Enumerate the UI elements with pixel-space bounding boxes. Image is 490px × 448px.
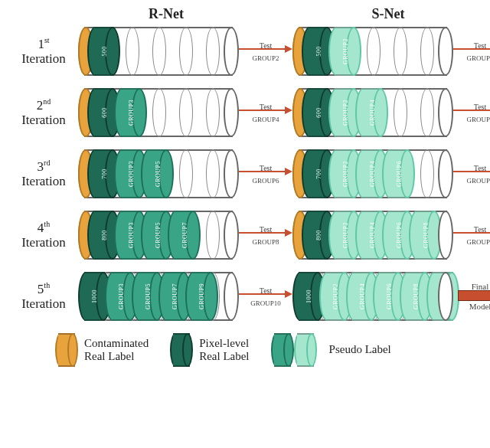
rnet-cylinder: 1000GROUP3GROUP5GROUP7GROUP9 [78,272,239,321]
segment-label: GROUP4 [368,100,375,126]
segment-label: GROUP2 [332,283,339,309]
segment-label: GROUP2 [341,38,348,64]
arrow-icon [453,45,490,53]
snet-test-arrow: Test GROUP9 [453,225,490,246]
rnet-test-arrow: Test GROUP8 [239,225,292,246]
segment-label: GROUP3 [118,283,125,309]
segment-label: GROUP2 [341,222,348,248]
iteration-row-3: 3rd Iteration 700GROUP3GROUP5 Test GROUP… [9,149,481,198]
legend-label-contaminated: ContaminatedReal Label [84,337,149,364]
snet-cylinder: 700GROUP2GROUP4GROUP6 [292,149,453,198]
segment-label: GROUP4 [359,283,366,309]
iteration-row-5: 5th Iteration 1000GROUP3GROUP5GROUP7GROU… [9,272,481,321]
segment-label: GROUP7 [181,222,188,248]
segment-label: GROUP5 [154,161,161,187]
arrow-icon [239,229,292,237]
snet-test-arrow: Test GROUP5 [453,103,490,123]
snet-cylinder: 500GROUP2 [292,27,453,76]
snet-test-arrow: Test GROUP7 [453,164,490,185]
segment-label: GROUP3 [127,222,134,248]
segment-label: 600 [315,107,322,118]
snet-cylinder: 800GROUP2GROUP4GROUP6GROUP8 [292,211,453,260]
segment-label: 500 [315,46,322,57]
segment-label: 600 [100,107,107,118]
arrow-icon [239,45,292,53]
training-strategy-diagram: R-Net S-Net 1st Iteration 500 Test GROUP… [0,0,490,367]
rnet-test-arrow: Test GROUP10 [239,286,292,307]
segment-label: 700 [100,168,107,179]
rnet-cylinder: 500 [78,27,239,76]
segment-label: GROUP6 [395,161,402,187]
segment-label: GROUP9 [198,283,205,309]
legend-swatch-contaminated [55,333,78,367]
arrow-icon [453,106,490,114]
segment-label: GROUP2 [341,100,348,126]
iteration-label: 3rd Iteration [9,159,78,189]
iteration-label: 4th Iteration [9,220,78,250]
segment-label: GROUP8 [422,222,429,248]
legend-swatch-pixel-level [170,333,193,367]
iteration-label: 2nd Iteration [9,97,78,128]
rnet-cylinder: 800GROUP3GROUP5GROUP7 [78,211,239,260]
rnet-test-arrow: Test GROUP6 [239,164,292,185]
arrow-icon [239,106,292,114]
big-arrow-icon [458,288,490,303]
legend-swatch-pseudo [271,333,323,367]
snet-test-arrow: Test GROUP3 [453,41,490,62]
segment-label: GROUP7 [172,283,178,309]
iteration-row-4: 4th Iteration 800GROUP3GROUP5GROUP7 Test… [9,211,481,260]
segment-label: GROUP2 [341,161,348,187]
segment-label: 1000 [91,289,98,303]
arrow-icon [453,168,490,175]
segment-label: GROUP3 [127,161,134,187]
segment-label: GROUP5 [154,222,161,248]
iteration-row-2: 2nd Iteration 600GROUP3 Test GROUP4 600G… [9,88,481,137]
snet-cylinder: 600GROUP2GROUP4 [292,88,453,137]
header-snet: S-Net [300,6,476,22]
arrow-icon [453,229,490,237]
segment-label: GROUP6 [395,222,402,248]
segment-label: 800 [315,230,322,240]
legend-label-pixel-level: Pixel-levelReal Label [199,337,249,364]
iteration-label: 1st Iteration [9,36,78,67]
rnet-cylinder: 700GROUP3GROUP5 [78,149,239,198]
segment-label: GROUP5 [145,283,152,309]
segment-label: GROUP6 [386,283,393,309]
snet-cylinder: 1000GROUP2GROUP4GROUP6GROUP8GROUP10 [292,272,453,321]
iteration-label: 5th Iteration [9,281,78,312]
header-rnet: R-Net [78,6,254,22]
arrow-icon [239,290,292,298]
segment-label: 800 [100,230,107,240]
segment-label: 700 [315,168,322,179]
segment-label: GROUP4 [368,161,375,187]
arrow-icon [239,168,292,175]
iteration-row-1: 1st Iteration 500 Test GROUP2 500GROUP2 … [9,27,481,76]
segment-label: 1000 [305,289,312,303]
legend-label-pseudo: Pseudo Label [329,343,391,356]
segment-label: GROUP3 [127,100,134,126]
segment-label: 500 [100,46,107,57]
column-headers: R-Net S-Net [78,6,481,22]
rnet-cylinder: 600GROUP3 [78,88,239,137]
legend: ContaminatedReal Label Pixel-levelReal L… [55,333,481,367]
segment-label: GROUP8 [413,283,420,309]
rnet-test-arrow: Test GROUP2 [239,41,292,62]
rnet-test-arrow: Test GROUP4 [239,103,292,123]
segment-label: GROUP4 [368,222,375,248]
